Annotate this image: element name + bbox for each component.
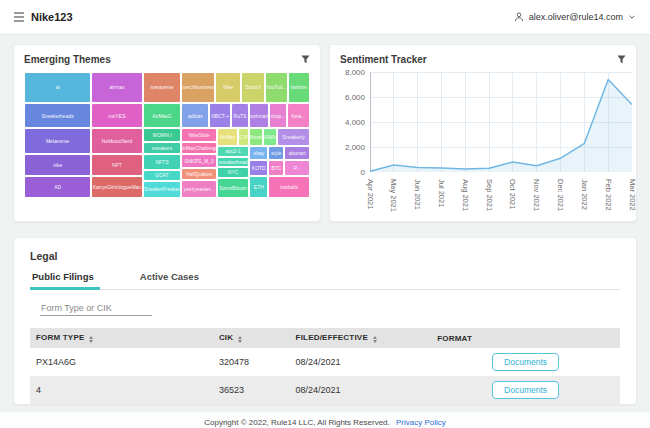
filter-icon[interactable] [301, 55, 310, 65]
x-axis-tick: Aug 2021 [461, 179, 470, 211]
page-footer: Copyright © 2022, Rule14 LLC, All Rights… [0, 412, 650, 428]
sort-icon[interactable] [373, 336, 377, 343]
treemap-tile[interactable]: C-P [238, 128, 249, 145]
themes-treemap: aiSneakerheadsMetaversenikeADairmaxrunYE… [24, 72, 310, 198]
treemap-tile[interactable]: NFT [91, 154, 142, 176]
treemap-tile[interactable]: WOMN I [143, 128, 182, 142]
treemap-tile[interactable]: airmax [91, 72, 142, 103]
documents-button[interactable]: Documents [492, 353, 559, 371]
cell-form-type: PX14A6G [30, 348, 213, 376]
app-title: Nike123 [31, 11, 73, 23]
treemap-tile[interactable]: StockX [241, 72, 264, 103]
treemap-tile[interactable]: AVWAS [263, 128, 277, 145]
x-axis-tick: Sep 2021 [485, 179, 494, 211]
treemap-tile[interactable]: GOAT [143, 170, 182, 181]
filing-row: 436521408/24/2021Documents [30, 404, 620, 405]
treemap-tile[interactable]: NYC [217, 167, 250, 178]
main-content: Emerging Themes aiSneakerheadsMetaversen… [0, 35, 650, 405]
treemap-tile[interactable]: AirMaxG [143, 103, 182, 128]
emerging-themes-card: Emerging Themes aiSneakerheadsMetaversen… [13, 44, 321, 222]
x-axis-tick: Mar 2022 [628, 179, 637, 211]
x-axis-tick: Oct 2021 [508, 179, 517, 209]
treemap-tile[interactable]: runYES [91, 103, 142, 128]
treemap-tile[interactable]: Metaverse [24, 128, 91, 154]
treemap-tile[interactable]: NBCT-+ [209, 103, 231, 128]
treemap-tile[interactable]: shop... [269, 103, 287, 128]
treemap-tile[interactable]: AD [24, 176, 91, 198]
treemap-tile[interactable]: NeMusicNerd [91, 128, 142, 154]
treemap-tile[interactable]: SneakerFreaker [143, 181, 182, 198]
x-axis-tick: Apr 2021 [366, 179, 375, 209]
legal-tabs: Public FilingsActive Cases [30, 271, 620, 290]
sentiment-tracker-title: Sentiment Tracker [340, 54, 427, 65]
cell-cik: 320478 [213, 348, 290, 376]
treemap-tile[interactable]: Sneakerly [277, 128, 310, 145]
treemap-tile[interactable]: SomeBitcoin [217, 178, 250, 198]
treemap-tile[interactable]: yeezyeaster... [181, 180, 216, 198]
treemap-tile[interactable]: sneakers [143, 142, 182, 154]
column-header-filed-effective[interactable]: FILED/EFFECTIVE [290, 328, 432, 348]
column-header-form-type[interactable]: FORM TYPE [30, 328, 213, 348]
tab-public-filings[interactable]: Public Filings [30, 271, 100, 289]
treemap-tile[interactable]: Bitcoin [249, 128, 263, 145]
documents-button[interactable]: Documents [492, 381, 559, 399]
treemap-tile[interactable]: Sneakerheads [24, 103, 91, 128]
treemap-tile[interactable]: AirMax [217, 128, 238, 145]
treemap-tile[interactable]: BTC [268, 160, 284, 175]
y-axis-tick: 6,000 [345, 93, 365, 102]
x-axis-tick: Jun 2021 [413, 179, 422, 210]
treemap-tile[interactable]: metaverse [143, 72, 182, 103]
treemap-tile[interactable]: style [268, 146, 284, 160]
column-header-cik[interactable]: CIK [213, 328, 290, 348]
treemap-tile[interactable]: fashion [288, 72, 310, 103]
treemap-tile[interactable]: AirMaxChallenge [181, 142, 216, 154]
sentiment-tracker-card: Sentiment Tracker 02,0004,0006,0008,000 … [329, 44, 637, 222]
treemap-tile[interactable]: merchbusiness [181, 72, 215, 103]
treemap-tile[interactable]: lowballs [268, 176, 310, 198]
treemap-tile[interactable]: abonart [284, 146, 310, 160]
filter-icon[interactable] [617, 55, 626, 65]
treemap-tile[interactable]: NikeSlide [181, 128, 216, 141]
menu-icon[interactable] [14, 12, 24, 22]
cell-filed-effective: 08/24/2021 [290, 348, 432, 376]
user-menu[interactable]: alex.oliver@rule14.com [514, 12, 636, 22]
treemap-tile[interactable]: ETH [249, 176, 268, 198]
tab-active-cases[interactable]: Active Cases [138, 271, 205, 289]
emerging-themes-title: Emerging Themes [24, 54, 111, 65]
treemap-tile[interactable]: aoc2-1 [217, 146, 250, 157]
sentiment-line-plot [370, 72, 632, 172]
treemap-tile[interactable]: KOTD [249, 160, 268, 175]
treemap-tile[interactable]: Nike [215, 72, 241, 103]
filing-row: 43652308/24/2021Documents [30, 376, 620, 404]
filing-row: PX14A6G32047808/24/2021Documents [30, 348, 620, 376]
treemap-tile[interactable]: sneakerhead [217, 157, 250, 167]
sort-icon[interactable] [238, 336, 242, 343]
treemap-tile[interactable]: HalfQuakes [181, 168, 216, 180]
treemap-tile[interactable]: adidas [181, 103, 209, 128]
legal-title: Legal [30, 250, 620, 262]
cell-format: Documents [431, 404, 620, 405]
treemap-tile[interactable]: Kela... [287, 103, 310, 128]
cell-format: Documents [431, 348, 620, 376]
sort-icon[interactable] [89, 336, 93, 343]
treemap-tile[interactable]: ebay [249, 146, 268, 160]
treemap-tile[interactable]: poshmark [249, 103, 269, 128]
form-type-cik-input[interactable] [40, 301, 152, 316]
treemap-tile[interactable]: SNKRS_M_0 [181, 154, 216, 168]
cell-cik: 36523 [213, 376, 290, 404]
treemap-tile[interactable]: KanyeGirlsVogueMan [91, 176, 142, 198]
cell-format: Documents [431, 376, 620, 404]
y-axis-tick: 2,000 [345, 143, 365, 152]
treemap-tile[interactable]: YouTub... [265, 72, 288, 103]
treemap-tile[interactable]: RuTS [231, 103, 249, 128]
x-axis-tick: Feb 2022 [604, 179, 613, 211]
cell-form-type: 4 [30, 404, 213, 405]
treemap-tile[interactable]: NFTS [143, 154, 182, 169]
app-header: Nike123 alex.oliver@rule14.com [0, 0, 650, 35]
treemap-tile[interactable]: nike [24, 154, 91, 176]
x-axis-tick: May 2021 [389, 179, 398, 212]
copyright-text: Copyright © 2022, Rule14 LLC, All Rights… [204, 418, 390, 427]
treemap-tile[interactable]: ai [24, 72, 91, 103]
treemap-tile[interactable]: P... [284, 160, 310, 175]
privacy-policy-link[interactable]: Privacy Policy [396, 418, 446, 427]
